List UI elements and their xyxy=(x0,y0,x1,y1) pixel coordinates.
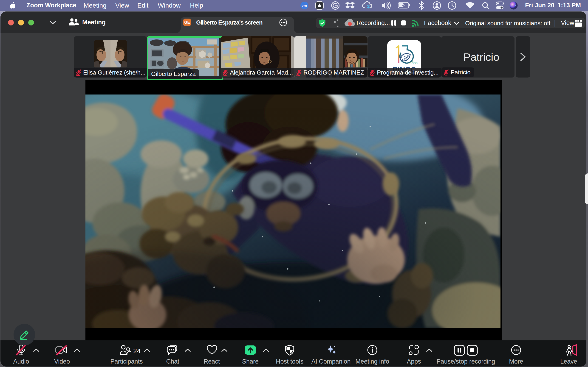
svg-text:zm: zm xyxy=(302,4,307,8)
svg-text:años: años xyxy=(409,61,418,65)
